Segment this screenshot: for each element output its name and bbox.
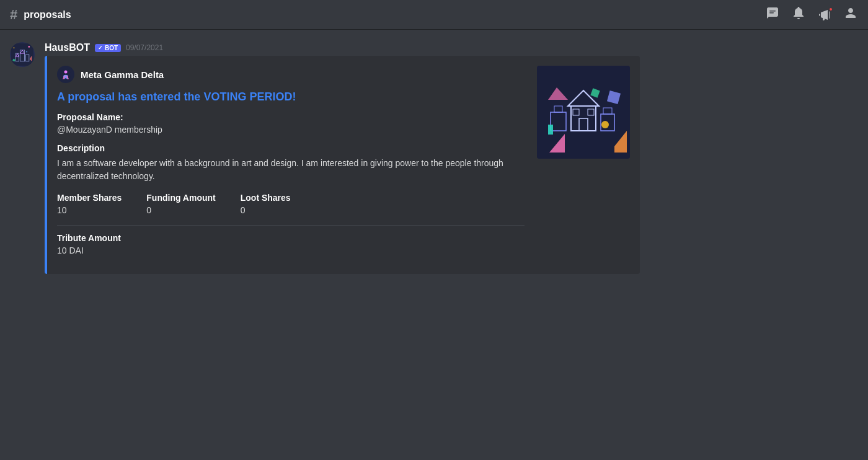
stat-loot-shares: Loot Shares 0 [241,193,291,215]
stat-loot-shares-label: Loot Shares [241,193,291,203]
tribute-label: Tribute Amount [57,233,525,243]
stat-member-shares-value: 10 [57,205,122,215]
description-label: Description [57,143,525,153]
bot-badge-label: BOT [105,45,118,51]
svg-rect-0 [769,11,776,12]
header-left: # proposals [10,7,71,23]
stat-funding-amount-label: Funding Amount [146,193,215,203]
embed-org-name: Meta Gamma Delta [81,69,164,80]
avatar [10,42,35,67]
pinned-messages-icon[interactable] [817,7,832,22]
stat-member-shares: Member Shares 10 [57,193,122,215]
pin-notification-dot [828,7,833,12]
message: HausBOT ✓ BOT 09/07/2021 [10,42,858,274]
chat-messages: HausBOT ✓ BOT 09/07/2021 [0,30,868,460]
svg-rect-2 [11,43,33,66]
proposal-name-label: Proposal Name: [57,112,525,122]
header: # proposals [0,0,868,30]
header-right [765,6,858,24]
stat-funding-amount: Funding Amount 0 [146,193,215,215]
description-text: I am a software developer with a backgro… [57,157,525,183]
svg-rect-27 [548,125,553,135]
svg-rect-1 [769,12,774,14]
embed-thumbnail [537,66,630,159]
content-area: HausBOT ✓ BOT 09/07/2021 [0,30,868,460]
channel-name: proposals [24,9,71,20]
threads-icon[interactable] [765,6,780,24]
embed-divider [57,225,525,226]
message-username: HausBOT [45,42,90,53]
message-timestamp: 09/07/2021 [126,43,163,52]
embed-stats: Member Shares 10 Funding Amount 0 Loot S… [57,193,525,215]
embed-title: A proposal has entered the VOTING PERIOD… [57,91,525,104]
svg-point-9 [28,46,30,48]
stat-member-shares-label: Member Shares [57,193,122,203]
embed-org-icon [57,66,74,83]
svg-point-10 [26,51,27,53]
bot-badge-check-icon: ✓ [98,45,103,51]
svg-point-14 [64,71,68,74]
bot-badge: ✓ BOT [95,44,121,52]
embed-card: Meta Gamma Delta A proposal has entered … [45,56,640,274]
embed-org-header: Meta Gamma Delta [57,66,525,83]
stat-loot-shares-value: 0 [241,205,291,215]
svg-point-8 [14,47,15,48]
embed-body: Meta Gamma Delta A proposal has entered … [57,66,525,264]
message-content: HausBOT ✓ BOT 09/07/2021 [45,42,858,274]
stat-funding-amount-value: 0 [146,205,215,215]
notification-bell-icon[interactable] [791,6,806,24]
message-header: HausBOT ✓ BOT 09/07/2021 [45,42,858,53]
tribute-value: 10 DAI [57,245,525,255]
member-list-icon[interactable] [843,6,858,24]
channel-hash-icon: # [10,7,17,23]
proposal-name-value: @MouzayanD membership [57,125,525,135]
svg-point-30 [601,121,609,128]
